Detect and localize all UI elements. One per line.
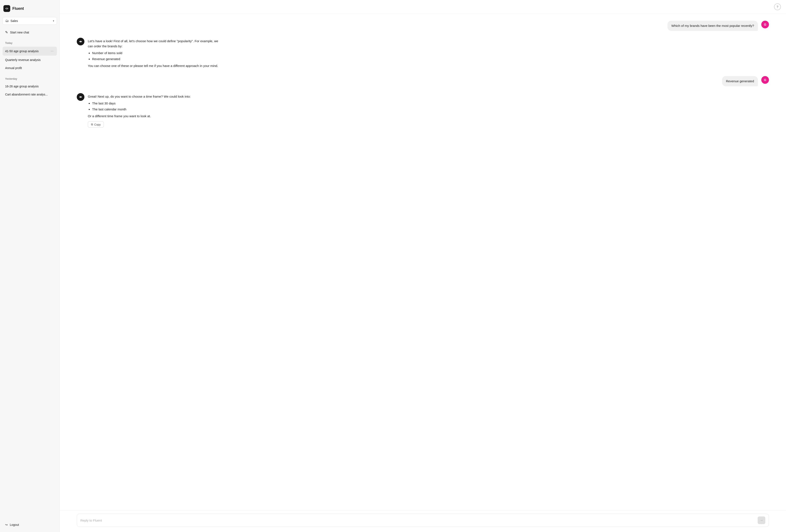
sidebar: Fluent 🗂 Sales ▾ ✎ Start new chat Today … xyxy=(0,0,60,532)
send-icon: → xyxy=(760,518,763,522)
app-header: Fluent xyxy=(3,3,57,14)
sidebar-item-cart[interactable]: Cart abandonment rate analys... xyxy=(3,91,57,98)
chat-item-text: 41-50 age group analysis xyxy=(5,49,50,53)
sidebar-item-annual[interactable]: Annual profit xyxy=(3,64,57,72)
yesterday-section: Yesterday 16-26 age group analysis Cart … xyxy=(3,76,57,99)
new-chat-button[interactable]: ✎ Start new chat xyxy=(3,28,57,37)
message-row: G Revenue generated xyxy=(77,76,769,86)
today-label: Today xyxy=(3,41,57,45)
yesterday-label: Yesterday xyxy=(3,76,57,81)
sidebar-item-quarterly[interactable]: Quarterly revenue analysis xyxy=(3,56,57,64)
workspace-icon: 🗂 xyxy=(5,19,9,23)
send-button[interactable]: → xyxy=(758,516,765,524)
new-chat-icon: ✎ xyxy=(5,30,8,34)
ai-message-list: Number of items sold Revenue generated xyxy=(88,50,224,62)
ai-message-intro: Let's have a look! First of all, let's c… xyxy=(88,39,224,49)
ai-message: Great! Next up, do you want to choose a … xyxy=(88,93,191,129)
ai-message-outro: You can choose one of these or please te… xyxy=(88,63,224,68)
chat-item-text: Cart abandonment rate analys... xyxy=(5,93,54,96)
message-row: Let's have a look! First of all, let's c… xyxy=(77,38,769,69)
input-container: → xyxy=(77,514,769,527)
copy-icon: ⧉ xyxy=(91,123,93,126)
chat-item-text: Annual profit xyxy=(5,66,54,70)
message-row: Great! Next up, do you want to choose a … xyxy=(77,93,769,129)
sidebar-item-16-26[interactable]: 16-26 age group analysis xyxy=(3,83,57,90)
avatar: G xyxy=(761,21,769,28)
message-row: G Which of my brands have been the most … xyxy=(77,21,769,31)
user-message: Which of my brands have been the most po… xyxy=(668,21,758,31)
list-item: Number of items sold xyxy=(92,50,224,55)
ai-message-intro: Great! Next up, do you want to choose a … xyxy=(88,94,191,99)
workspace-selector[interactable]: 🗂 Sales ▾ xyxy=(3,17,57,25)
list-item: Revenue generated xyxy=(92,56,224,62)
copy-label: Copy xyxy=(94,123,101,126)
main-header: ? xyxy=(60,0,786,14)
user-message: Revenue generated xyxy=(722,76,758,86)
chevron-down-icon: ▾ xyxy=(53,19,54,22)
list-item: The last 30 days xyxy=(92,101,191,106)
new-chat-label: Start new chat xyxy=(10,31,29,34)
today-section: Today 41-50 age group analysis ··· Quart… xyxy=(3,41,57,72)
logout-icon: ↪ xyxy=(5,523,8,527)
input-area: → xyxy=(60,510,786,532)
sidebar-item-41-50[interactable]: 41-50 age group analysis ··· xyxy=(3,47,57,55)
ai-message: Let's have a look! First of all, let's c… xyxy=(88,38,224,69)
chat-item-text: 16-26 age group analysis xyxy=(5,85,54,88)
copy-button[interactable]: ⧉ Copy xyxy=(88,121,104,128)
chat-item-menu-icon[interactable]: ··· xyxy=(50,49,54,53)
workspace-name: Sales xyxy=(10,19,18,23)
reply-input[interactable] xyxy=(80,518,758,522)
ai-message-outro: Or a different time frame you want to lo… xyxy=(88,114,191,119)
ai-message-list: The last 30 days The last calendar month xyxy=(88,101,191,112)
help-button[interactable]: ? xyxy=(774,3,781,10)
sidebar-footer: ↪ Logout xyxy=(3,521,57,529)
chat-area: G Which of my brands have been the most … xyxy=(60,14,786,510)
avatar: G xyxy=(761,76,769,84)
avatar xyxy=(77,38,85,45)
list-item: The last calendar month xyxy=(92,107,191,112)
app-logo xyxy=(3,5,10,12)
logout-label: Logout xyxy=(10,523,19,527)
logout-button[interactable]: ↪ Logout xyxy=(3,521,57,529)
avatar xyxy=(77,93,85,101)
app-title: Fluent xyxy=(13,6,24,11)
main-content: ? G Which of my brands have been the mos… xyxy=(60,0,786,532)
chat-item-text: Quarterly revenue analysis xyxy=(5,58,54,62)
